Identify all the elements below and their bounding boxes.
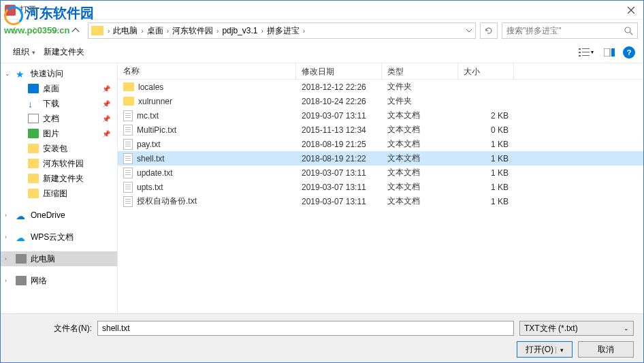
sidebar-zip[interactable]: 压缩图 — [1, 186, 117, 201]
pin-icon: 📌 — [102, 115, 110, 123]
svg-rect-5 — [579, 55, 581, 57]
file-row[interactable]: mc.txt2019-03-07 13:11文本文档2 KB — [118, 108, 643, 123]
file-row[interactable]: 授权自动备份.txt2019-03-07 13:11文本文档1 KB — [118, 194, 643, 208]
sidebar-label: OneDrive — [31, 210, 65, 220]
titlebar: 打开 — [1, 1, 643, 20]
organize-menu[interactable]: 组织 — [9, 46, 39, 58]
pin-icon: 📌 — [102, 130, 110, 138]
column-headers: 名称 修改日期 类型 大小 — [118, 63, 643, 80]
star-icon: ★ — [16, 69, 27, 78]
file-name: update.txt — [137, 168, 173, 178]
arrow-left-icon — [10, 26, 19, 35]
window-title: 打开 — [20, 4, 36, 16]
refresh-button[interactable] — [480, 22, 498, 39]
column-type[interactable]: 类型 — [382, 63, 458, 79]
file-date: 2018-10-24 22:26 — [296, 97, 382, 106]
folder-icon — [28, 159, 39, 168]
file-type: 文本文档 — [382, 138, 458, 150]
close-button[interactable] — [624, 3, 638, 17]
sidebar-label: 河东软件园 — [43, 158, 84, 170]
file-date: 2018-12-12 22:26 — [296, 82, 382, 92]
app-icon — [5, 5, 16, 16]
breadcrumb-item[interactable]: 桌面 — [145, 25, 165, 37]
txt-file-icon — [123, 196, 133, 207]
file-name: mc.txt — [137, 111, 159, 121]
file-size: 1 KB — [458, 168, 514, 178]
svg-rect-7 — [604, 48, 610, 57]
file-date: 2019-03-07 13:11 — [296, 183, 382, 192]
sidebar-thispc[interactable]: ›此电脑 — [1, 251, 117, 266]
back-button[interactable] — [6, 22, 22, 39]
search-input[interactable] — [506, 26, 624, 35]
sidebar-label: 此电脑 — [31, 253, 55, 265]
breadcrumb-item[interactable]: 此电脑 — [111, 25, 140, 37]
sidebar-network[interactable]: ›网络 — [1, 273, 117, 288]
file-size: 0 KB — [458, 125, 514, 135]
file-date: 2019-03-07 13:11 — [296, 111, 382, 121]
sidebar-desktop[interactable]: 桌面📌 — [1, 81, 117, 96]
search-box[interactable] — [502, 22, 638, 39]
open-button[interactable]: 打开(O) ▾ — [517, 341, 573, 358]
file-date: 2018-08-19 21:22 — [296, 154, 382, 163]
svg-rect-4 — [582, 52, 590, 52]
preview-pane-button[interactable] — [600, 45, 619, 60]
sidebar-wps[interactable]: ›☁WPS云文档 — [1, 230, 117, 244]
file-date: 2018-08-19 21:25 — [296, 140, 382, 149]
file-list: 名称 修改日期 类型 大小 locales2018-12-12 22:26文件夹… — [118, 63, 643, 322]
history-dropdown-button[interactable] — [47, 22, 63, 39]
breadcrumb[interactable]: › 此电脑› 桌面› 河东软件园› pdjb_v3.1› 拼多进宝› — [88, 22, 476, 39]
filter-label: TXT文件 (*.txt) — [524, 323, 578, 334]
svg-rect-1 — [579, 48, 581, 50]
column-size[interactable]: 大小 — [458, 63, 514, 79]
up-button[interactable] — [67, 22, 84, 39]
file-size: 1 KB — [458, 197, 514, 206]
file-size: 1 KB — [458, 140, 514, 149]
file-row[interactable]: update.txt2019-03-07 13:11文本文档1 KB — [118, 165, 643, 180]
file-row[interactable]: pay.txt2018-08-19 21:25文本文档1 KB — [118, 137, 643, 151]
sidebar-newfolder[interactable]: 新建文件夹 — [1, 171, 117, 186]
file-name: xulrunner — [138, 97, 172, 106]
column-name[interactable]: 名称 — [118, 63, 296, 79]
column-date[interactable]: 修改日期 — [296, 63, 382, 79]
folder-icon — [28, 189, 39, 198]
forward-button[interactable] — [27, 22, 43, 39]
cloud-icon: ☁ — [16, 232, 27, 242]
sidebar-hd[interactable]: 河东软件园 — [1, 156, 117, 171]
new-folder-button[interactable]: 新建文件夹 — [39, 46, 88, 58]
help-button[interactable]: ? — [623, 46, 635, 59]
file-row[interactable]: xulrunner2018-10-24 22:26文件夹 — [118, 94, 643, 108]
file-name: locales — [138, 82, 163, 92]
sidebar-downloads[interactable]: ↓下载📌 — [1, 96, 117, 111]
sidebar: ⌄★快速访问 桌面📌 ↓下载📌 文档📌 图片📌 安装包 河东软件园 新建文件夹 … — [1, 63, 118, 322]
sidebar-onedrive[interactable]: ›☁OneDrive — [1, 208, 117, 223]
view-mode-button[interactable]: ▾ — [577, 45, 596, 60]
file-row[interactable]: upts.txt2019-03-07 13:11文本文档1 KB — [118, 180, 643, 194]
sidebar-quick-access[interactable]: ⌄★快速访问 — [1, 66, 117, 81]
txt-file-icon — [123, 182, 133, 193]
file-row[interactable]: locales2018-12-12 22:26文件夹 — [118, 80, 643, 94]
breadcrumb-dropdown[interactable] — [466, 27, 472, 34]
folder-icon — [123, 82, 134, 91]
sidebar-label: WPS云文档 — [31, 232, 74, 243]
breadcrumb-item[interactable]: 河东软件园 — [170, 25, 215, 37]
svg-rect-8 — [611, 48, 615, 57]
file-type: 文本文档 — [382, 124, 458, 136]
sidebar-pictures[interactable]: 图片📌 — [1, 126, 117, 141]
sidebar-label: 下载 — [43, 98, 59, 110]
breadcrumb-item[interactable]: 拼多进宝 — [265, 25, 302, 37]
cancel-button[interactable]: 取消 — [578, 341, 634, 358]
pin-icon: 📌 — [102, 100, 110, 108]
refresh-icon — [485, 27, 493, 35]
file-type: 文本文档 — [382, 167, 458, 178]
sidebar-label: 桌面 — [43, 83, 59, 95]
sidebar-packages[interactable]: 安装包 — [1, 141, 117, 156]
filename-input[interactable] — [97, 321, 514, 336]
download-icon: ↓ — [28, 99, 39, 108]
file-filter-dropdown[interactable]: TXT文件 (*.txt)⌄ — [519, 321, 634, 336]
file-name: shell.txt — [137, 154, 165, 163]
breadcrumb-item[interactable]: pdjb_v3.1 — [220, 26, 259, 35]
file-row[interactable]: shell.txt2018-08-19 21:22文本文档1 KB — [118, 151, 643, 165]
picture-icon — [28, 129, 39, 138]
file-row[interactable]: MultiPic.txt2015-11-13 12:34文本文档0 KB — [118, 123, 643, 137]
sidebar-documents[interactable]: 文档📌 — [1, 111, 117, 126]
